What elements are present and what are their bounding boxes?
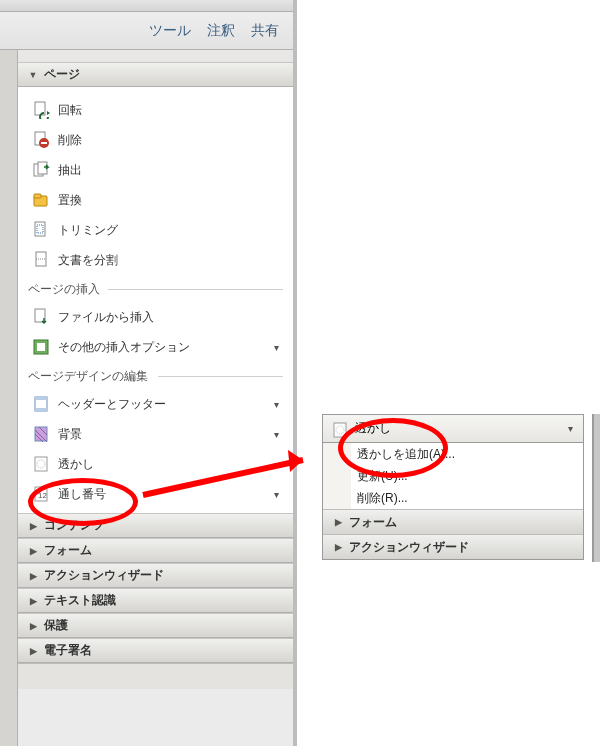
item-replace[interactable]: 置換	[18, 185, 293, 215]
menu-remove-watermark[interactable]: 削除(R)...	[323, 487, 583, 509]
section-esign[interactable]: ▶ 電子署名	[18, 638, 293, 663]
disclosure-down-icon: ▼	[28, 70, 38, 80]
right-panel-border	[592, 414, 600, 562]
menu-update-watermark[interactable]: 更新(U)...	[323, 465, 583, 487]
background-icon	[32, 425, 50, 443]
item-background[interactable]: 背景 ▾	[18, 419, 293, 449]
disclosure-right-icon: ▶	[28, 571, 38, 581]
tab-tools[interactable]: ツール	[149, 22, 191, 40]
section-action-wizard[interactable]: ▶ アクションウィザード	[18, 563, 293, 588]
item-other-insert[interactable]: その他の挿入オプション ▾	[18, 332, 293, 362]
item-trim[interactable]: トリミング	[18, 215, 293, 245]
item-extract-label: 抽出	[58, 162, 82, 179]
item-split-label: 文書を分割	[58, 252, 118, 269]
section-form[interactable]: ▶ フォーム	[18, 538, 293, 563]
item-rotate[interactable]: 回転	[18, 95, 293, 125]
item-numbering[interactable]: 12 通し番号 ▾	[18, 479, 293, 509]
group-design-label: ページデザインの編集	[28, 369, 148, 383]
header-footer-icon	[32, 395, 50, 413]
section-page-body: 回転 削除 抽出	[18, 87, 293, 513]
group-insert: ページの挿入	[18, 275, 293, 302]
item-replace-label: 置換	[58, 192, 82, 209]
popup-section-form-label: フォーム	[349, 514, 397, 531]
section-text-recognition[interactable]: ▶ テキスト認識	[18, 588, 293, 613]
svg-rect-14	[37, 343, 45, 351]
group-insert-label: ページの挿入	[28, 282, 100, 296]
disclosure-right-icon: ▶	[333, 517, 343, 527]
submenu-arrow-icon: ▾	[274, 429, 293, 440]
item-delete-label: 削除	[58, 132, 82, 149]
extract-icon	[32, 161, 50, 179]
section-form-label: フォーム	[44, 542, 92, 559]
svg-rect-17	[35, 408, 47, 411]
other-insert-icon	[32, 338, 50, 356]
disclosure-right-icon: ▶	[28, 646, 38, 656]
insert-file-icon	[32, 308, 50, 326]
item-watermark[interactable]: 透かし ▾	[18, 449, 293, 479]
item-insert-from-file[interactable]: ファイルから挿入	[18, 302, 293, 332]
item-split[interactable]: 文書を分割	[18, 245, 293, 275]
panel-side-strip	[0, 50, 18, 746]
submenu-arrow-icon: ▾	[274, 489, 293, 500]
svg-text:12: 12	[38, 491, 47, 500]
panel-spacer	[18, 50, 293, 62]
submenu-arrow-icon: ▾	[568, 423, 583, 434]
item-delete[interactable]: 削除	[18, 125, 293, 155]
svg-rect-7	[34, 194, 41, 198]
section-contents[interactable]: ▶ コンテンツ	[18, 513, 293, 538]
submenu-arrow-icon: ▾	[274, 459, 293, 470]
disclosure-right-icon: ▶	[28, 546, 38, 556]
watermark-submenu: 透かし ▾ 透かしを追加(A)... 更新(U)... 削除(R)... ▶ フ…	[322, 414, 584, 560]
delete-icon	[32, 131, 50, 149]
trim-icon	[32, 221, 50, 239]
replace-icon	[32, 191, 50, 209]
group-design: ページデザインの編集	[18, 362, 293, 389]
disclosure-right-icon: ▶	[28, 621, 38, 631]
item-header-footer-label: ヘッダーとフッター	[58, 396, 166, 413]
item-extract[interactable]: 抽出	[18, 155, 293, 185]
popup-section-action-wizard-label: アクションウィザード	[349, 539, 469, 556]
item-insert-from-file-label: ファイルから挿入	[58, 309, 154, 326]
watermark-icon	[32, 455, 50, 473]
section-esign-label: 電子署名	[44, 642, 92, 659]
svg-rect-5	[38, 162, 47, 174]
disclosure-right-icon: ▶	[333, 542, 343, 552]
submenu-arrow-icon: ▾	[274, 399, 293, 410]
disclosure-right-icon: ▶	[28, 596, 38, 606]
item-watermark-label: 透かし	[58, 456, 94, 473]
item-numbering-label: 通し番号	[58, 486, 106, 503]
item-other-insert-label: その他の挿入オプション	[58, 339, 190, 356]
menu-add-watermark[interactable]: 透かしを追加(A)...	[323, 443, 583, 465]
tools-panel: ツール 注釈 共有 ▼ ページ 回転	[0, 0, 297, 746]
numbering-icon: 12	[32, 485, 50, 503]
item-trim-label: トリミング	[58, 222, 118, 239]
submenu-header-label: 透かし	[355, 420, 391, 437]
rotate-icon	[32, 101, 50, 119]
section-action-wizard-label: アクションウィザード	[44, 567, 164, 584]
tabs-row: ツール 注釈 共有	[0, 12, 293, 50]
window-titlebar	[0, 0, 293, 12]
section-page-label: ページ	[44, 66, 80, 83]
item-rotate-label: 回転	[58, 102, 82, 119]
panel-footer	[18, 663, 293, 689]
section-contents-label: コンテンツ	[44, 517, 104, 534]
section-protect[interactable]: ▶ 保護	[18, 613, 293, 638]
accordion: ▼ ページ 回転 削除	[18, 62, 293, 746]
disclosure-right-icon: ▶	[28, 521, 38, 531]
section-protect-label: 保護	[44, 617, 68, 634]
submenu-menu: 透かしを追加(A)... 更新(U)... 削除(R)...	[322, 442, 584, 510]
split-icon	[32, 251, 50, 269]
svg-rect-3	[41, 142, 47, 144]
submenu-header[interactable]: 透かし ▾	[323, 415, 583, 443]
item-background-label: 背景	[58, 426, 82, 443]
section-text-recognition-label: テキスト認識	[44, 592, 116, 609]
section-page[interactable]: ▼ ページ	[18, 62, 293, 87]
popup-section-action-wizard[interactable]: ▶ アクションウィザード	[323, 534, 583, 559]
popup-section-form[interactable]: ▶ フォーム	[323, 509, 583, 534]
item-header-footer[interactable]: ヘッダーとフッター ▾	[18, 389, 293, 419]
tab-share[interactable]: 共有	[251, 22, 279, 40]
watermark-icon	[331, 421, 347, 437]
svg-rect-16	[35, 397, 47, 400]
submenu-arrow-icon: ▾	[274, 342, 293, 353]
tab-comments[interactable]: 注釈	[207, 22, 235, 40]
